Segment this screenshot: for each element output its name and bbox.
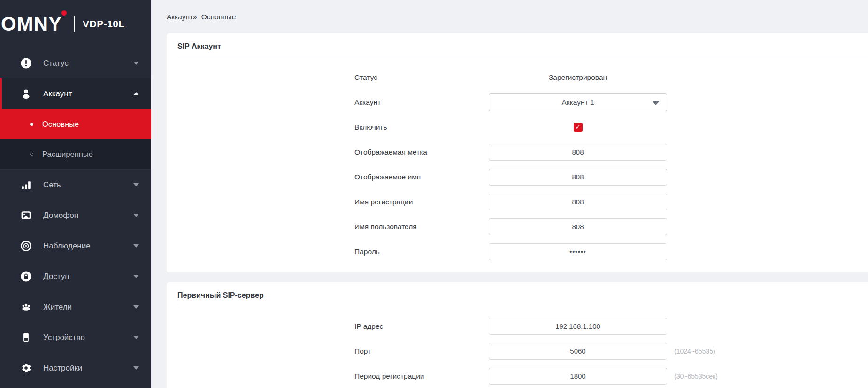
field-label: Имя регистрации [354,198,489,206]
sidebar-item-label: Настройки [43,364,133,373]
register-period-input[interactable] [489,368,667,385]
select-arrow-icon [652,101,660,105]
enable-checkbox[interactable]: ✓ [574,123,583,132]
field-label: Включить [354,123,489,132]
residents-icon [20,301,32,313]
main-content: Аккаунт» Основные SIP Аккаунт Статус Зар… [151,0,868,388]
sidebar-item-device[interactable]: Устройство [0,322,151,353]
breadcrumb-basic: Основные [201,13,236,21]
chevron-down-icon [133,275,139,278]
ip-address-input[interactable] [489,318,667,335]
sidebar-item-label: Домофон [43,211,133,220]
sidebar-subitem-label: Основные [42,120,79,129]
field-row-ip: IP адрес [167,314,868,339]
sidebar-item-label: Статус [43,59,133,68]
field-label: Отображаемая метка [354,148,489,156]
field-row-status: Статус Зарегистрирован [167,65,868,90]
sidebar-item-network[interactable]: Сеть [0,170,151,200]
field-row-port: Порт (1024~65535) [167,339,868,364]
sip-account-title: SIP Аккаунт [167,33,868,58]
sidebar-item-access[interactable]: Доступ [0,261,151,292]
sidebar-item-account[interactable]: Аккаунт [0,78,151,109]
period-range-hint: (30~65535сек) [674,372,718,380]
sidebar-item-label: Устройство [43,333,133,342]
field-label: Пароль [354,248,489,256]
password-input[interactable] [489,243,667,260]
sidebar-item-settings[interactable]: Настройки [0,353,151,383]
field-label: Статус [354,73,489,82]
sidebar-item-label: Доступ [43,272,133,281]
field-label: Период регистрации [354,372,489,380]
display-name-input[interactable] [489,169,667,186]
user-name-input[interactable] [489,218,667,235]
register-name-input[interactable] [489,194,667,210]
sidebar-item-label: Наблюдение [43,241,133,251]
field-row-enable: Включить ✓ [167,115,868,140]
brand-logo: OMNY VDP-10L [0,0,151,48]
sidebar-subitem-advanced[interactable]: Расширенные [0,139,151,169]
status-icon [20,57,32,70]
chevron-down-icon [133,244,139,248]
breadcrumb-account[interactable]: Аккаунт» [167,13,197,21]
sidebar-subitem-basic[interactable]: Основные [0,109,151,139]
chevron-down-icon [133,183,139,186]
field-label: Аккаунт [354,98,489,107]
account-select[interactable]: Аккаунт 1 [489,93,667,111]
intercom-icon [20,210,32,222]
sip-account-card: SIP Аккаунт Статус Зарегистрирован Аккау… [167,33,868,272]
surveillance-icon [20,240,32,252]
chevron-down-icon [133,366,139,370]
port-range-hint: (1024~65535) [674,348,715,355]
settings-icon [20,362,32,374]
field-label: Отображаемое имя [354,173,489,181]
breadcrumb: Аккаунт» Основные [167,0,868,33]
sip-server-card: Первичный SIP-сервер IP адрес Порт (1024… [167,282,868,388]
field-label: Порт [354,347,489,356]
bullet-filled-icon [30,123,33,126]
field-row-register-period: Период регистрации (30~65535сек) [167,364,868,388]
sidebar-item-residents[interactable]: Жители [0,292,151,322]
account-submenu: Основные Расширенные [0,109,151,170]
logo-divider [74,16,75,32]
account-icon [20,88,32,100]
sidebar: OMNY VDP-10L Статус Аккаунт Основные Рас… [0,0,151,388]
brand-model: VDP-10L [83,18,125,30]
brand-red-dot-icon [61,10,67,16]
status-value: Зарегистрирован [489,73,667,82]
field-row-user-name: Имя пользователя [167,214,868,239]
field-row-password: Пароль [167,239,868,264]
sidebar-item-surveillance[interactable]: Наблюдение [0,231,151,261]
chevron-down-icon [133,214,139,217]
sidebar-item-label: Сеть [43,180,133,190]
brand-name: OMNY [1,14,62,34]
sidebar-item-label: Жители [43,303,133,312]
sidebar-item-status[interactable]: Статус [0,48,151,78]
chevron-down-icon [133,336,139,339]
sidebar-subitem-label: Расширенные [42,150,93,159]
field-row-register-name: Имя регистрации [167,189,868,214]
sip-server-title: Первичный SIP-сервер [167,282,868,307]
chevron-up-icon [133,92,139,95]
field-row-account: Аккаунт Аккаунт 1 [167,90,868,115]
network-icon [20,179,32,191]
chevron-down-icon [133,305,139,309]
sidebar-item-label: Аккаунт [43,89,133,99]
field-row-display-name: Отображаемое имя [167,164,868,189]
access-icon [20,271,32,283]
field-row-display-label: Отображаемая метка [167,140,868,164]
port-input[interactable] [489,343,667,360]
bullet-open-icon [30,153,33,156]
field-label: IP адрес [354,322,489,331]
chevron-down-icon [133,62,139,65]
sidebar-item-intercom[interactable]: Домофон [0,200,151,231]
device-icon [20,332,32,344]
account-select-value: Аккаунт 1 [561,98,594,107]
display-label-input[interactable] [489,144,667,161]
field-label: Имя пользователя [354,223,489,231]
